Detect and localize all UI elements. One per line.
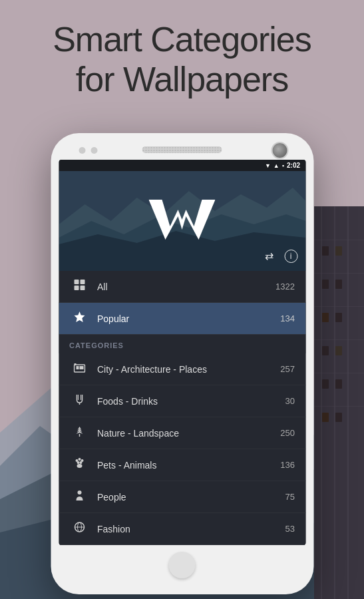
svg-rect-9: [74, 280, 79, 284]
category-item-5[interactable]: Fashion 53: [59, 513, 305, 545]
category-item-3[interactable]: Pets - Animals 136: [59, 449, 305, 481]
category-count-5: 53: [285, 524, 295, 534]
info-icon[interactable]: i: [284, 250, 297, 263]
status-icons: ▼ ▲ ▪ 2:02: [265, 162, 300, 169]
all-icon: [69, 279, 89, 294]
svg-rect-43: [335, 246, 342, 256]
popular-count: 134: [280, 313, 295, 323]
background-title: Smart Categories for Wallpapers: [0, 20, 364, 100]
phone-dots: [79, 147, 97, 154]
category-label-3: Pets - Animals: [97, 460, 280, 471]
svg-rect-36: [314, 240, 364, 240]
category-label-1: Foods - Drinks: [97, 396, 285, 407]
menu-item-all[interactable]: All 1322: [59, 271, 305, 303]
phone-speaker: [142, 146, 222, 153]
category-item-0[interactable]: City - Architecture - Places 257: [59, 353, 305, 385]
svg-rect-46: [322, 313, 329, 322]
phone-screen: ▼ ▲ ▪ 2:02: [59, 160, 305, 545]
category-icon-5: [69, 521, 89, 536]
status-bar: ▼ ▲ ▪ 2:02: [59, 160, 305, 171]
category-icon-3: [69, 457, 89, 473]
svg-rect-48: [322, 346, 329, 355]
svg-rect-15: [76, 366, 79, 369]
signal-down-icon: ▼: [265, 162, 271, 169]
categories-section-label: CATEGORIES: [59, 335, 305, 353]
category-count-4: 75: [285, 492, 295, 502]
app-logo: [149, 196, 216, 246]
phone-dot-1: [79, 147, 85, 154]
phone-device: ▼ ▲ ▪ 2:02: [51, 133, 313, 594]
svg-marker-8: [149, 200, 216, 240]
app-header: ⇄ i: [59, 171, 305, 271]
svg-rect-38: [314, 306, 364, 307]
svg-rect-10: [80, 280, 85, 284]
svg-rect-51: [335, 379, 342, 389]
svg-rect-39: [314, 339, 364, 340]
svg-marker-13: [74, 311, 85, 322]
category-item-2[interactable]: Nature - Landspace 250: [59, 417, 305, 449]
phone-top-bar: [59, 141, 305, 160]
category-icon-4: [69, 489, 89, 504]
battery-icon: ▪: [282, 162, 284, 169]
svg-rect-42: [322, 246, 329, 256]
category-label-5: Fashion: [97, 524, 285, 534]
category-icon-1: [69, 393, 89, 409]
right-wallpaper-peek: [314, 206, 364, 599]
popular-icon: [69, 311, 89, 326]
phone-shell: ▼ ▲ ▪ 2:02: [51, 133, 313, 594]
category-label-0: City - Architecture - Places: [97, 364, 280, 375]
svg-rect-33: [321, 206, 322, 599]
bg-title-line2: for Wallpapers: [0, 60, 364, 100]
category-count-0: 257: [280, 364, 295, 374]
category-count-2: 250: [280, 428, 295, 438]
phone-dot-2: [91, 147, 97, 154]
shuffle-icon[interactable]: ⇄: [265, 250, 273, 263]
all-count: 1322: [275, 282, 295, 292]
home-button[interactable]: [169, 552, 196, 578]
category-item-4[interactable]: People 75: [59, 481, 305, 513]
category-item-1[interactable]: Foods - Drinks 30: [59, 385, 305, 417]
svg-point-25: [77, 461, 79, 464]
category-count-1: 30: [285, 396, 295, 406]
phone-bottom-bar: [59, 545, 305, 586]
category-count-3: 136: [280, 460, 295, 470]
app-toolbar-right: ⇄ i: [265, 250, 297, 263]
svg-point-28: [77, 491, 81, 495]
svg-point-26: [79, 461, 82, 464]
phone-camera: [272, 143, 287, 158]
bg-title-line1: Smart Categories: [0, 20, 364, 60]
svg-rect-53: [335, 413, 342, 422]
category-label-4: People: [97, 492, 285, 502]
app-drawer: All 1322 Popular 134 CATEGORIES: [59, 271, 305, 545]
svg-rect-12: [80, 286, 85, 290]
popular-label: Popular: [97, 313, 280, 324]
signal-bars-icon: ▲: [273, 162, 279, 169]
status-time: 2:02: [287, 162, 300, 169]
svg-rect-47: [335, 313, 342, 322]
svg-rect-52: [322, 413, 329, 422]
menu-item-popular[interactable]: Popular 134: [59, 303, 305, 335]
svg-rect-41: [314, 406, 364, 407]
svg-point-27: [77, 464, 82, 468]
svg-rect-11: [74, 286, 79, 290]
category-icon-0: [69, 361, 89, 377]
svg-rect-45: [335, 280, 342, 289]
svg-rect-37: [314, 273, 364, 274]
svg-rect-35: [347, 206, 349, 599]
svg-rect-44: [322, 280, 329, 289]
svg-rect-50: [322, 379, 329, 389]
svg-rect-16: [79, 366, 83, 369]
svg-rect-49: [335, 346, 342, 355]
svg-rect-17: [74, 363, 76, 365]
svg-rect-34: [334, 206, 335, 599]
all-label: All: [97, 282, 275, 292]
category-label-2: Nature - Landspace: [97, 428, 280, 439]
svg-point-23: [78, 458, 81, 461]
svg-rect-40: [314, 373, 364, 373]
category-icon-2: [69, 425, 89, 441]
